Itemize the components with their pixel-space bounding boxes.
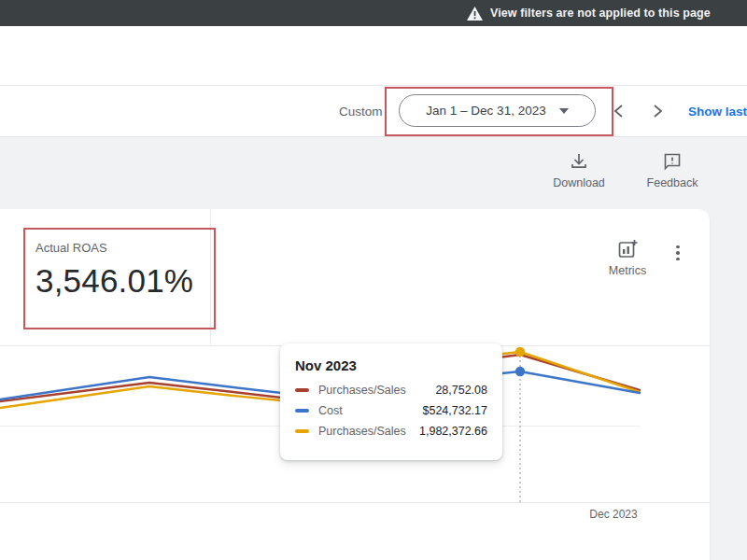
tooltip-series-label: Cost [318,404,422,417]
series-color-dash-icon [295,429,309,433]
metric-label: Actual ROAS [35,241,193,255]
tooltip-series-value: $524,732.17 [422,404,487,417]
feedback-button[interactable]: Feedback [635,152,710,189]
kebab-menu-button[interactable] [667,241,689,265]
series-color-dash-icon [295,409,309,413]
metric-summary-tab[interactable]: Actual ROAS 3,546.01% [35,241,193,300]
download-label: Download [553,176,605,189]
tooltip-series-label: Purchases/Sales [318,425,419,438]
data-point-marker[interactable] [515,367,525,376]
tooltip-row: Purchases/Sales1,982,372.66 [295,425,487,438]
previous-period-button[interactable] [605,98,631,124]
performance-chart-card: Actual ROAS 3,546.01% Metrics [0,209,710,560]
show-last-link[interactable]: Show last [688,86,747,136]
download-icon [570,152,588,171]
metrics-button[interactable]: Metrics [601,239,654,277]
metrics-icon [617,239,638,259]
feedback-label: Feedback [647,176,698,189]
feedback-icon [663,152,682,171]
date-range-dropdown[interactable]: Jan 1 – Dec 31, 2023 [399,94,596,127]
tooltip-series-label: Purchases/Sales [318,384,435,397]
metric-tab-divider [210,209,211,345]
notification-message: View filters are not applied to this pag… [490,7,711,20]
page-content: Download Feedback Actual ROAS 3,546.01% [0,137,747,560]
tooltip-rows: Purchases/Sales28,752.08Cost$524,732.17P… [295,384,487,438]
warning-icon [467,7,483,21]
chart-card-header: Actual ROAS 3,546.01% Metrics [0,209,710,346]
chevron-left-icon [613,104,624,119]
series-color-dash-icon [295,388,309,392]
notification-bar: View filters are not applied to this pag… [0,0,747,26]
chart-tooltip: Nov 2023 Purchases/Sales28,752.08Cost$52… [280,343,502,460]
date-range-mode-label: Custom [339,86,383,136]
header-strip [0,26,747,86]
metric-value: 3,546.01% [35,262,193,300]
date-toolbar: Custom Jan 1 – Dec 31, 2023 Show last [0,86,747,137]
x-axis-tick-label: Dec 2023 [567,508,660,521]
chevron-down-icon [559,108,569,114]
tooltip-row: Purchases/Sales28,752.08 [295,384,487,397]
tooltip-row: Cost$524,732.17 [295,404,487,417]
date-range-value: Jan 1 – Dec 31, 2023 [426,104,545,118]
data-point-marker[interactable] [515,347,525,357]
download-button[interactable]: Download [542,152,616,189]
next-period-button[interactable] [644,98,670,124]
metrics-label: Metrics [609,264,646,277]
tooltip-title: Nov 2023 [295,357,487,373]
tooltip-series-value: 1,982,372.66 [419,425,487,438]
tooltip-series-value: 28,752.08 [435,384,487,397]
chevron-right-icon [653,104,663,119]
